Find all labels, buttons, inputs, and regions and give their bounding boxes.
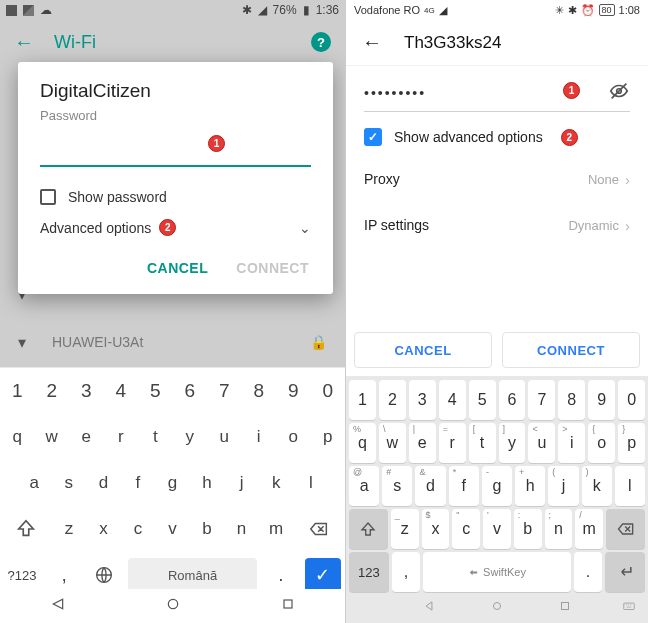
key-a[interactable]: @a xyxy=(349,466,379,506)
key-e[interactable]: e xyxy=(69,414,104,460)
key-3[interactable]: 3 xyxy=(69,368,104,414)
key-a[interactable]: a xyxy=(17,460,52,506)
connect-button[interactable]: CONNECT xyxy=(236,260,309,276)
nav-home-icon[interactable] xyxy=(165,596,181,616)
key-j[interactable]: (j xyxy=(548,466,578,506)
key-t[interactable]: t xyxy=(138,414,173,460)
nav-back-icon[interactable] xyxy=(422,599,436,617)
key-6[interactable]: 6 xyxy=(173,368,208,414)
key-s[interactable]: #s xyxy=(382,466,412,506)
checkbox-unchecked-icon[interactable] xyxy=(40,189,56,205)
cancel-button[interactable]: CANCEL xyxy=(354,332,492,368)
password-input[interactable]: ••••••••• 1 xyxy=(364,74,630,112)
backspace-key[interactable] xyxy=(293,506,345,552)
key-1[interactable]: 1 xyxy=(0,368,35,414)
key-v[interactable]: v xyxy=(155,506,190,552)
key-5[interactable]: 5 xyxy=(469,380,496,420)
key-7[interactable]: 7 xyxy=(528,380,555,420)
key-0[interactable]: 0 xyxy=(618,380,645,420)
key-c[interactable]: "c xyxy=(452,509,480,549)
key-c[interactable]: c xyxy=(121,506,156,552)
key-5[interactable]: 5 xyxy=(138,368,173,414)
show-advanced-row[interactable]: ✓ Show advanced options 2 xyxy=(364,112,630,156)
key-r[interactable]: =r xyxy=(439,423,466,463)
key-l[interactable]: l xyxy=(615,466,645,506)
key-v[interactable]: 'v xyxy=(483,509,511,549)
key-u[interactable]: u xyxy=(207,414,242,460)
key-d[interactable]: d xyxy=(86,460,121,506)
symbols-key[interactable]: 123 xyxy=(349,552,389,592)
nav-recent-icon[interactable] xyxy=(280,596,296,616)
key-h[interactable]: +h xyxy=(515,466,545,506)
keyboard[interactable]: 1234567890 %q\w|e=r[t]y<u>i{o}p @a#s&d*f… xyxy=(346,376,648,593)
key-6[interactable]: 6 xyxy=(499,380,526,420)
ip-row[interactable]: IP settings Dynamic › xyxy=(364,202,630,248)
back-icon[interactable]: ← xyxy=(362,31,382,54)
key-y[interactable]: ]y xyxy=(499,423,526,463)
key-b[interactable]: :b xyxy=(514,509,542,549)
key-y[interactable]: y xyxy=(173,414,208,460)
space-key[interactable]: SwiftKey xyxy=(423,552,571,592)
key-0[interactable]: 0 xyxy=(311,368,346,414)
key-3[interactable]: 3 xyxy=(409,380,436,420)
show-password-row[interactable]: Show password xyxy=(40,189,311,205)
keyboard-switch-icon[interactable] xyxy=(622,599,636,617)
key-7[interactable]: 7 xyxy=(207,368,242,414)
key-2[interactable]: 2 xyxy=(379,380,406,420)
key-j[interactable]: j xyxy=(224,460,259,506)
comma-key[interactable]: , xyxy=(392,552,420,592)
advanced-options-row[interactable]: Advanced options 2 ⌄ xyxy=(40,219,311,236)
nav-home-icon[interactable] xyxy=(490,599,504,617)
key-n[interactable]: n xyxy=(224,506,259,552)
key-x[interactable]: x xyxy=(86,506,121,552)
nav-recent-icon[interactable] xyxy=(558,599,572,617)
period-key[interactable]: . xyxy=(574,552,602,592)
connect-button[interactable]: CONNECT xyxy=(502,332,640,368)
key-f[interactable]: *f xyxy=(449,466,479,506)
key-s[interactable]: s xyxy=(52,460,87,506)
backspace-key[interactable] xyxy=(606,509,645,549)
key-f[interactable]: f xyxy=(121,460,156,506)
key-b[interactable]: b xyxy=(190,506,225,552)
eye-off-icon[interactable] xyxy=(608,80,630,106)
key-m[interactable]: /m xyxy=(575,509,603,549)
key-e[interactable]: |e xyxy=(409,423,436,463)
key-h[interactable]: h xyxy=(190,460,225,506)
key-p[interactable]: }p xyxy=(618,423,645,463)
cancel-button[interactable]: CANCEL xyxy=(147,260,208,276)
key-n[interactable]: ;n xyxy=(545,509,573,549)
key-4[interactable]: 4 xyxy=(104,368,139,414)
password-input[interactable]: 1 xyxy=(40,141,311,167)
key-i[interactable]: >i xyxy=(558,423,585,463)
key-4[interactable]: 4 xyxy=(439,380,466,420)
key-r[interactable]: r xyxy=(104,414,139,460)
checkbox-checked-icon[interactable]: ✓ xyxy=(364,128,382,146)
key-x[interactable]: $x xyxy=(422,509,450,549)
key-8[interactable]: 8 xyxy=(242,368,277,414)
key-w[interactable]: w xyxy=(35,414,70,460)
key-q[interactable]: %q xyxy=(349,423,376,463)
back-icon[interactable]: ← xyxy=(14,31,34,54)
nav-back-icon[interactable] xyxy=(50,596,66,616)
shift-key[interactable] xyxy=(0,506,52,552)
key-p[interactable]: p xyxy=(311,414,346,460)
key-k[interactable]: k xyxy=(259,460,294,506)
key-g[interactable]: -g xyxy=(482,466,512,506)
key-9[interactable]: 9 xyxy=(276,368,311,414)
proxy-row[interactable]: Proxy None › xyxy=(364,156,630,202)
key-1[interactable]: 1 xyxy=(349,380,376,420)
key-m[interactable]: m xyxy=(259,506,294,552)
key-q[interactable]: q xyxy=(0,414,35,460)
key-t[interactable]: [t xyxy=(469,423,496,463)
key-k[interactable]: )k xyxy=(582,466,612,506)
help-icon[interactable]: ? xyxy=(311,32,331,52)
key-9[interactable]: 9 xyxy=(588,380,615,420)
key-8[interactable]: 8 xyxy=(558,380,585,420)
key-o[interactable]: {o xyxy=(588,423,615,463)
key-z[interactable]: _z xyxy=(391,509,419,549)
key-2[interactable]: 2 xyxy=(35,368,70,414)
key-d[interactable]: &d xyxy=(415,466,445,506)
key-i[interactable]: i xyxy=(242,414,277,460)
key-l[interactable]: l xyxy=(294,460,329,506)
key-u[interactable]: <u xyxy=(528,423,555,463)
